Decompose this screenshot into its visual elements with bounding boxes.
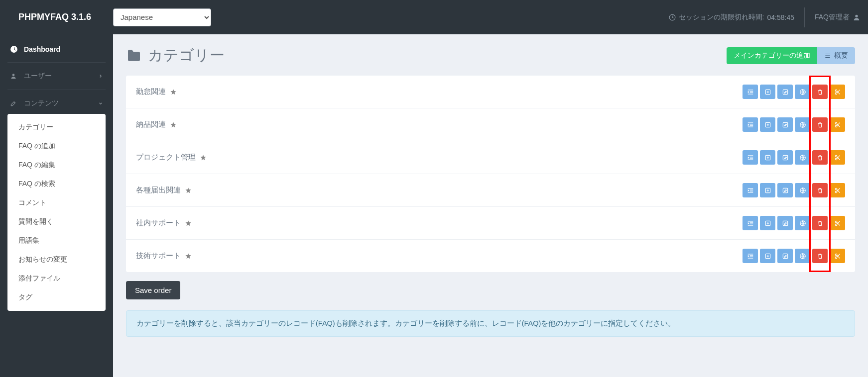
session-label: セッションの期限切れ時間:: [679, 13, 764, 22]
category-name[interactable]: 技術サポート: [136, 251, 192, 261]
user-icon: [10, 73, 19, 80]
svg-rect-15: [749, 124, 752, 124]
svg-rect-33: [749, 189, 752, 190]
translate-button[interactable]: [795, 249, 810, 263]
delete-button[interactable]: [812, 249, 828, 263]
add-main-category-button[interactable]: メインカテゴリーの追加: [727, 47, 817, 64]
star-icon: [200, 154, 207, 161]
svg-rect-34: [749, 190, 752, 191]
submenu-item-8[interactable]: 添付ファイル: [7, 269, 106, 288]
cut-button[interactable]: [830, 216, 845, 230]
delete-button[interactable]: [812, 85, 828, 99]
delete-button[interactable]: [812, 117, 828, 132]
translate-button[interactable]: [795, 183, 810, 197]
svg-rect-7: [749, 92, 752, 93]
cut-button[interactable]: [830, 117, 845, 132]
submenu-item-6[interactable]: 用語集: [7, 231, 106, 250]
indent-button[interactable]: [743, 150, 758, 165]
edit-button[interactable]: [777, 249, 793, 263]
cut-button[interactable]: [830, 85, 845, 99]
add-button[interactable]: [760, 183, 775, 197]
chevron-right-icon: [98, 74, 103, 79]
add-button[interactable]: [760, 117, 775, 132]
category-name[interactable]: 納品関連: [136, 120, 177, 129]
edit-button[interactable]: [777, 216, 793, 230]
svg-point-57: [835, 254, 837, 255]
svg-point-39: [835, 188, 837, 190]
category-actions: [743, 183, 845, 197]
indent-button[interactable]: [743, 216, 758, 230]
svg-point-30: [835, 155, 837, 157]
svg-point-20: [835, 125, 837, 127]
edit-icon: [10, 100, 19, 107]
category-actions: [743, 85, 845, 99]
main-content: カテゴリー メインカテゴリーの追加 概要 勤怠関連納品関連プロジェクト管理各種届…: [113, 34, 868, 377]
submenu-item-0[interactable]: カテゴリー: [7, 118, 106, 137]
sidebar-divider: [7, 62, 106, 63]
indent-button[interactable]: [743, 183, 758, 197]
add-button[interactable]: [760, 150, 775, 165]
cut-button[interactable]: [830, 249, 845, 263]
submenu-item-2[interactable]: FAQ の編集: [7, 156, 106, 175]
user-label: FAQ管理者: [815, 13, 850, 22]
brand-title: PHPMYFAQ 3.1.6: [7, 12, 113, 22]
cut-button[interactable]: [830, 150, 845, 165]
overview-button[interactable]: 概要: [817, 47, 855, 64]
add-button[interactable]: [760, 85, 775, 99]
translate-button[interactable]: [795, 216, 810, 230]
sidebar-item-users[interactable]: ユーザー: [0, 66, 113, 87]
save-order-button[interactable]: Save order: [126, 281, 180, 299]
translate-button[interactable]: [795, 117, 810, 132]
indent-button[interactable]: [743, 249, 758, 263]
svg-rect-31: [747, 188, 753, 188]
category-name[interactable]: 各種届出関連: [136, 186, 192, 195]
sidebar-item-content[interactable]: コンテンツ: [0, 93, 113, 114]
submenu-item-7[interactable]: お知らせの変更: [7, 250, 106, 269]
svg-point-56: [835, 257, 837, 259]
category-actions: [743, 249, 845, 263]
sidebar-item-dashboard[interactable]: Dashboard: [0, 39, 113, 59]
star-icon: [170, 89, 177, 95]
category-name[interactable]: 勤怠関連: [136, 87, 177, 96]
delete-button[interactable]: [812, 150, 828, 165]
edit-button[interactable]: [777, 183, 793, 197]
delete-button[interactable]: [812, 216, 828, 230]
session-expiry: セッションの期限切れ時間: 04:58:45: [669, 13, 794, 22]
edit-button[interactable]: [777, 117, 793, 132]
list-icon: [824, 52, 831, 59]
svg-rect-4: [747, 90, 753, 90]
star-icon: [170, 121, 177, 128]
edit-button[interactable]: [777, 85, 793, 99]
indent-button[interactable]: [743, 85, 758, 99]
cut-button[interactable]: [830, 183, 845, 197]
user-menu[interactable]: FAQ管理者: [815, 13, 861, 22]
clock-icon: [669, 14, 676, 21]
header-actions: メインカテゴリーの追加 概要: [727, 47, 855, 64]
delete-button[interactable]: [812, 183, 828, 197]
sidebar-label-content: コンテンツ: [24, 99, 59, 108]
language-select[interactable]: Japanese: [113, 8, 211, 26]
category-row: 勤怠関連: [126, 76, 855, 108]
submenu-item-1[interactable]: FAQ の追加: [7, 137, 106, 156]
indent-button[interactable]: [743, 117, 758, 132]
svg-rect-41: [747, 225, 753, 225]
svg-point-21: [835, 122, 837, 124]
translate-button[interactable]: [795, 85, 810, 99]
category-name[interactable]: 社内サポート: [136, 218, 192, 228]
session-time: 04:58:45: [767, 13, 794, 21]
submenu-item-5[interactable]: 質問を開く: [7, 212, 106, 231]
translate-button[interactable]: [795, 150, 810, 165]
sidebar-label-users: ユーザー: [24, 72, 52, 81]
submenu-item-4[interactable]: コメント: [7, 193, 106, 212]
svg-rect-43: [749, 223, 752, 224]
svg-rect-23: [747, 159, 753, 160]
submenu-item-3[interactable]: FAQ の検索: [7, 175, 106, 193]
add-button[interactable]: [760, 249, 775, 263]
svg-rect-49: [747, 254, 753, 254]
add-button[interactable]: [760, 216, 775, 230]
edit-button[interactable]: [777, 150, 793, 165]
category-name[interactable]: プロジェクト管理: [136, 153, 207, 162]
category-row: 納品関連: [126, 108, 855, 141]
submenu-item-9[interactable]: タグ: [7, 288, 106, 307]
svg-rect-52: [749, 256, 752, 257]
